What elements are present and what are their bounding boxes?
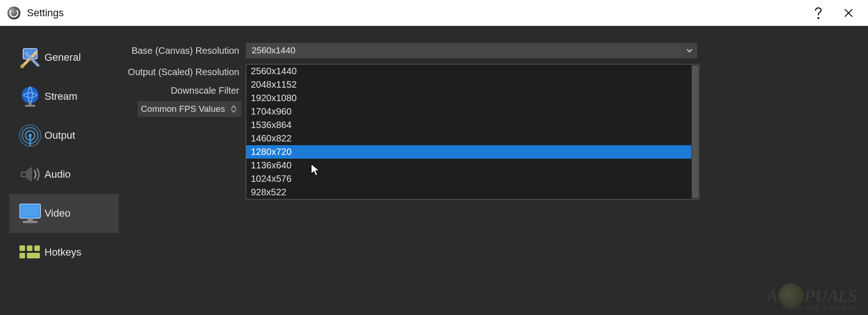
svg-rect-8	[25, 105, 35, 107]
downscale-filter-label: Downscale Filter	[119, 85, 246, 96]
hotkeys-icon	[16, 244, 45, 261]
resolution-option[interactable]: 1704x960	[246, 105, 699, 118]
resolution-option[interactable]: 1536x864	[246, 118, 699, 132]
dropdown-scrollbar[interactable]	[691, 64, 699, 199]
watermark-tagline: FROM THE EXPERTS	[783, 306, 857, 311]
sidebar-item-output[interactable]: Output	[9, 116, 119, 155]
general-icon	[16, 47, 45, 68]
sidebar-item-label: Hotkeys	[45, 246, 81, 258]
audio-icon	[16, 165, 45, 184]
watermark: A PUALS FROM THE EXPERTS	[767, 283, 857, 309]
sidebar-item-label: Audio	[45, 168, 70, 180]
sidebar: General Stream	[9, 26, 119, 315]
fps-selector[interactable]: Common FPS Values	[137, 101, 242, 117]
svg-point-6	[22, 87, 38, 103]
sidebar-item-label: Output	[45, 129, 75, 141]
resolution-option[interactable]: 2048x1152	[246, 78, 699, 91]
svg-rect-19	[19, 245, 25, 251]
svg-point-5	[20, 64, 24, 68]
resolution-option[interactable]: 1136x640	[246, 159, 699, 172]
chevron-down-icon	[681, 43, 697, 58]
video-icon	[16, 202, 45, 225]
output-icon	[16, 124, 45, 147]
sidebar-item-hotkeys[interactable]: Hotkeys	[9, 233, 119, 272]
sidebar-item-label: Video	[45, 207, 70, 219]
svg-rect-17	[27, 218, 33, 221]
output-resolution-label: Output (Scaled) Resolution	[119, 67, 246, 77]
scrollbar-thumb[interactable]	[692, 65, 698, 198]
window-title: Settings	[27, 7, 64, 19]
resolution-option[interactable]: 928x522	[246, 186, 699, 199]
sidebar-item-label: General	[45, 51, 81, 64]
svg-rect-21	[34, 245, 40, 251]
svg-rect-20	[27, 245, 32, 251]
sidebar-item-label: Stream	[45, 90, 77, 103]
svg-point-14	[26, 169, 32, 180]
output-resolution-dropdown[interactable]: 2560x1440 2048x1152 1920x1080 1704x960 1…	[246, 64, 699, 199]
fps-label: Common FPS Values	[141, 104, 225, 114]
watermark-text: A	[767, 286, 778, 306]
video-settings-panel: Base (Canvas) Resolution 2560x1440 Outpu…	[119, 26, 868, 315]
svg-rect-16	[21, 206, 39, 217]
base-resolution-combo[interactable]: 2560x1440	[246, 43, 697, 58]
svg-rect-18	[23, 221, 38, 223]
sidebar-item-general[interactable]: General	[9, 38, 119, 77]
resolution-option[interactable]: 1280x720	[246, 145, 699, 159]
svg-rect-23	[27, 253, 40, 258]
svg-rect-22	[19, 253, 25, 258]
resolution-option[interactable]: 1920x1080	[246, 91, 699, 105]
base-resolution-label: Base (Canvas) Resolution	[119, 45, 246, 56]
stepper-icon	[230, 103, 238, 115]
stream-icon	[16, 85, 45, 108]
sidebar-item-stream[interactable]: Stream	[9, 77, 119, 116]
resolution-option[interactable]: 1460x822	[246, 132, 699, 145]
titlebar: Settings	[0, 0, 868, 26]
resolution-option[interactable]: 2560x1440	[246, 64, 699, 78]
close-button[interactable]	[834, 0, 863, 26]
sidebar-item-audio[interactable]: Audio	[9, 155, 119, 194]
watermark-avatar-icon	[779, 283, 804, 309]
watermark-text: PUALS	[804, 286, 857, 306]
help-button[interactable]	[804, 0, 834, 26]
base-resolution-value: 2560x1440	[246, 45, 295, 56]
svg-point-0	[817, 17, 819, 19]
sidebar-item-video[interactable]: Video	[9, 194, 119, 233]
obs-app-icon	[7, 6, 20, 19]
resolution-option[interactable]: 1024x576	[246, 172, 699, 186]
